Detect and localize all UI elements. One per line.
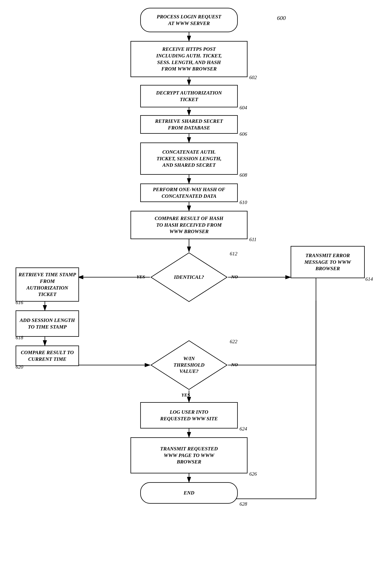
node-624: LOG USER INTOREQUESTED WWW SITE	[140, 402, 238, 429]
step-614: 614	[365, 276, 373, 282]
flowchart-diagram: 600 PROCESS LOGIN REQUESTAT WWW SERVER R…	[0, 0, 378, 588]
diamond-622: W/INTHRESHOLDVALUE?	[150, 340, 228, 391]
node-614: TRANSMIT ERRORMESSAGE TO WWWBROWSER	[291, 246, 365, 278]
step-624: 624	[240, 426, 247, 432]
step-611: 611	[249, 237, 256, 242]
step-616: 616	[16, 300, 23, 306]
node-611: COMPARE RESULT OF HASHTO HASH RECEIVED F…	[131, 211, 247, 239]
step-622: 622	[230, 339, 237, 345]
no-label-622: NO	[231, 362, 238, 367]
diamond-612: IDENTICAL?	[150, 252, 228, 303]
node-602: RECEIVE HTTPS POSTINCLUDING AUTH. TICKET…	[131, 41, 247, 77]
step-606: 606	[240, 131, 247, 137]
node-610: PERFORM ONE-WAY HASH OFCONCATENATED DATA	[140, 183, 238, 202]
node-618: ADD SESSION LENGTHTO TIME STAMP	[16, 310, 79, 337]
node-620: COMPARE RESULT TOCURRENT TIME	[16, 346, 79, 366]
node-626: TRANSMIT REQUESTEDWWW PAGE TO WWWBROWSER	[131, 437, 247, 473]
node-616: RETRIEVE TIME STAMPFROM AUTHORIZATIONTIC…	[16, 267, 79, 302]
step-626: 626	[249, 471, 257, 477]
step-618: 618	[16, 335, 23, 341]
step-628: 628	[240, 501, 247, 507]
start-node: PROCESS LOGIN REQUESTAT WWW SERVER	[140, 8, 238, 32]
node-608: CONCATENATE AUTH.TICKET, SESSION LENGTH,…	[140, 142, 238, 175]
step-620: 620	[16, 364, 23, 370]
yes-label-612: YES	[136, 274, 145, 280]
end-node: END	[140, 482, 238, 504]
node-606: RETRIEVE SHARED SECRETFROM DATABASE	[140, 115, 238, 134]
step-612: 612	[230, 251, 237, 257]
step-610: 610	[240, 199, 247, 205]
step-604: 604	[240, 105, 247, 111]
no-label-612: NO	[231, 274, 238, 280]
step-608: 608	[240, 172, 247, 178]
step-602: 602	[249, 75, 257, 80]
yes-label-622: YES	[181, 392, 190, 398]
ref-number: 600	[277, 15, 286, 21]
node-604: DECRYPT AUTHORIZATIONTICKET	[140, 85, 238, 107]
